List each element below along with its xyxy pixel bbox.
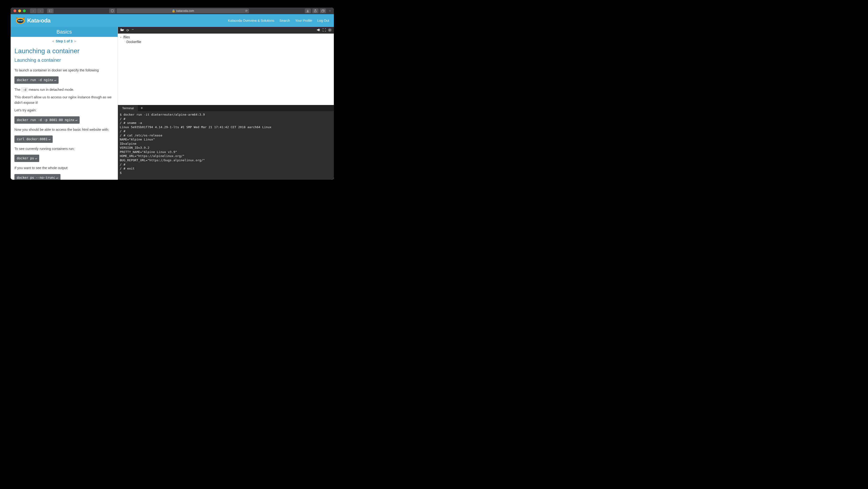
lesson-text: If you want to see the whole output:	[14, 165, 114, 171]
folder-open-icon[interactable]	[120, 28, 124, 32]
step-nav: ◀ Step 1 of 3 ▶	[11, 37, 118, 45]
lesson-panel: Basics ◀ Step 1 of 3 ▶ Launching a conta…	[11, 27, 118, 180]
nav-overview[interactable]: Katacoda Overview & Solutions	[228, 19, 274, 23]
terminal-output[interactable]: $ docker run -it dieterreuter/alpine-arm…	[118, 111, 334, 180]
file-tree: ▾ /files └ Dockerfile	[118, 34, 334, 105]
tree-file-label: Dockerfile	[126, 40, 141, 45]
step-next-icon[interactable]: ▶	[74, 39, 76, 43]
privacy-shield-button[interactable]	[109, 8, 115, 13]
nav-profile[interactable]: Your Profile	[295, 19, 312, 23]
main-split: Basics ◀ Step 1 of 3 ▶ Launching a conta…	[11, 27, 334, 180]
lesson-text: To launch a container in docker we speci…	[14, 68, 114, 73]
svg-line-15	[331, 31, 331, 31]
forward-button[interactable]: ›	[37, 8, 44, 13]
terminal-tabs: Terminal +	[118, 105, 334, 111]
svg-rect-3	[321, 10, 324, 12]
share-button[interactable]	[312, 8, 318, 13]
tree-folder-label: /files	[123, 35, 130, 40]
refresh-icon[interactable]: ⟳	[126, 28, 129, 32]
svg-rect-6	[18, 20, 23, 21]
tree-file[interactable]: └ Dockerfile	[120, 40, 332, 45]
lesson-body: Launching a container Launching a contai…	[11, 45, 118, 180]
lesson-text: Now you should be able to access the bas…	[14, 127, 114, 132]
brand-icon	[16, 17, 25, 25]
terminal-tab[interactable]: Terminal	[118, 105, 138, 111]
url-host: katacoda.com	[176, 9, 194, 12]
lesson-text: To see currently running containers run:	[14, 146, 114, 151]
browser-window: ‹ › 🔒 katacoda.com ⟳	[11, 7, 334, 180]
svg-point-9	[329, 29, 330, 30]
tree-connector-icon: └	[123, 40, 126, 44]
enter-icon: ↵	[54, 78, 56, 82]
svg-point-7	[19, 20, 19, 21]
caret-down-icon: ▾	[120, 36, 123, 39]
add-terminal-button[interactable]: +	[138, 105, 145, 111]
minimize-window-button[interactable]	[18, 9, 21, 12]
code-block[interactable]: docker run -d nginx↵	[14, 76, 59, 84]
browser-chrome: ‹ › 🔒 katacoda.com ⟳	[11, 7, 334, 14]
sidebar-toggle-button[interactable]	[47, 8, 54, 13]
lesson-text: This doesn't allow us to access our ngin…	[14, 94, 114, 105]
tabs-button[interactable]	[320, 8, 326, 13]
enter-icon: ↵	[49, 137, 50, 141]
nav-logout[interactable]: Log Out	[317, 19, 329, 23]
downloads-button[interactable]	[305, 8, 311, 13]
address-bar[interactable]: 🔒 katacoda.com ⟳	[117, 8, 249, 13]
brand-logo[interactable]: Kata‹oda	[16, 17, 51, 25]
megaphone-icon[interactable]	[317, 28, 320, 32]
close-window-button[interactable]	[13, 9, 16, 12]
step-prev-icon[interactable]: ◀	[52, 39, 54, 43]
lesson-subtitle: Launching a container	[14, 57, 114, 64]
code-block[interactable]: docker ps↵	[14, 155, 39, 162]
site-header: Kata‹oda Katacoda Overview & Solutions S…	[11, 14, 334, 27]
svg-line-17	[331, 29, 331, 29]
code-block[interactable]: curl docker:8081↵	[14, 136, 53, 143]
step-label: Step 1 of 3	[56, 39, 72, 43]
code-block[interactable]: docker run -d -p 8081:80 nginx↵	[14, 116, 80, 124]
svg-line-14	[329, 29, 329, 29]
svg-line-16	[329, 31, 329, 31]
inline-code: -d	[21, 87, 28, 92]
lesson-title: Launching a container	[14, 46, 114, 56]
page-content: Kata‹oda Katacoda Overview & Solutions S…	[11, 14, 334, 180]
file-toolbar: ⟳ ˅˅	[118, 27, 334, 34]
terminal-area: Terminal + $ docker run -it dieterreuter…	[118, 105, 334, 180]
enter-icon: ↵	[56, 176, 58, 179]
maximize-window-button[interactable]	[23, 9, 26, 12]
back-button[interactable]: ‹	[30, 8, 37, 13]
window-controls	[13, 9, 26, 12]
fullscreen-icon[interactable]	[323, 28, 326, 32]
lesson-text: The -d means run in detached mode.	[14, 87, 114, 92]
lesson-text: Let's try again:	[14, 108, 114, 113]
enter-icon: ↵	[75, 118, 77, 122]
svg-point-8	[22, 20, 22, 21]
svg-rect-0	[49, 10, 52, 12]
nav-search[interactable]: Search	[279, 19, 290, 23]
code-block[interactable]: docker ps --no-trunc↵	[14, 174, 60, 180]
reload-icon[interactable]: ⟳	[245, 9, 248, 12]
gear-icon[interactable]	[328, 28, 332, 32]
tree-folder[interactable]: ▾ /files	[120, 35, 332, 40]
new-tab-button[interactable]: +	[329, 9, 331, 13]
chevron-double-down-icon[interactable]: ˅˅	[132, 29, 133, 32]
right-panel: ⟳ ˅˅ ▾ /files	[118, 27, 334, 180]
lock-icon: 🔒	[172, 9, 175, 12]
brand-text: Kata‹oda	[27, 17, 51, 24]
lesson-header: Basics	[11, 27, 118, 37]
enter-icon: ↵	[35, 156, 37, 160]
